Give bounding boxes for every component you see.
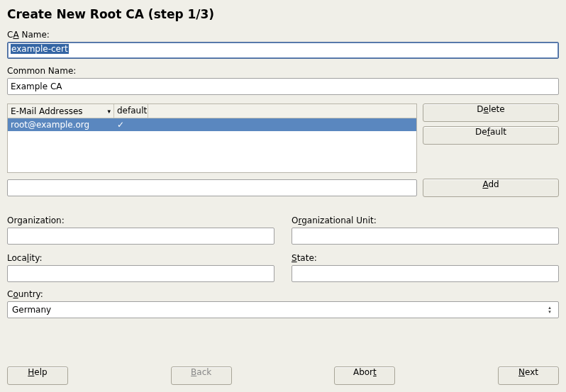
org-unit-input[interactable]	[292, 228, 559, 245]
email-col-default[interactable]: default	[114, 104, 148, 118]
org-unit-label: Organizational Unit:	[292, 215, 559, 225]
sort-down-icon: ▾	[107, 108, 111, 115]
email-default-cell: ✓	[114, 119, 148, 130]
locality-label: Locality:	[7, 253, 274, 263]
table-row[interactable]: root@example.org ✓	[8, 118, 416, 131]
email-address-cell: root@example.org	[8, 119, 114, 130]
locality-input[interactable]	[7, 265, 274, 282]
back-button[interactable]: Back	[171, 366, 232, 385]
email-col-address[interactable]: E-Mail Addresses ▾	[8, 104, 114, 118]
next-button[interactable]: Next	[498, 366, 559, 385]
state-label: State:	[292, 253, 559, 263]
add-button[interactable]: Add	[423, 179, 559, 197]
default-button[interactable]: Default	[423, 126, 559, 145]
common-name-input[interactable]	[7, 78, 559, 95]
country-select[interactable]: Germany ▴▾	[7, 301, 559, 318]
state-input[interactable]	[292, 265, 559, 282]
common-name-label: Common Name:	[7, 66, 559, 76]
help-button[interactable]: Help	[7, 366, 68, 385]
ca-name-input[interactable]: example-cert	[7, 42, 559, 59]
email-table-header[interactable]: E-Mail Addresses ▾ default	[8, 104, 416, 118]
abort-button[interactable]: Abort	[334, 366, 395, 385]
email-table[interactable]: E-Mail Addresses ▾ default root@example.…	[7, 103, 417, 173]
page-title: Create New Root CA (step 1/3)	[7, 7, 559, 21]
spinner-icon: ▴▾	[544, 306, 558, 314]
add-email-input[interactable]	[7, 179, 417, 196]
ca-name-label: CA Name:	[7, 30, 559, 40]
organization-input[interactable]	[7, 228, 274, 245]
organization-label: Organization:	[7, 215, 274, 225]
delete-button[interactable]: Delete	[423, 103, 559, 122]
country-label: Country:	[7, 289, 559, 299]
